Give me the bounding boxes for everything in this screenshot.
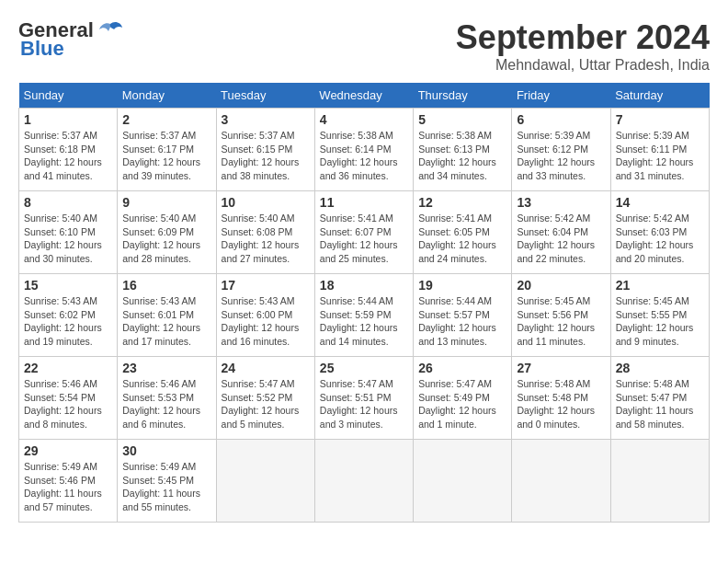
days-header-row: SundayMondayTuesdayWednesdayThursdayFrid…	[19, 83, 710, 109]
calendar-cell	[314, 440, 413, 523]
day-header-tuesday: Tuesday	[216, 83, 314, 109]
day-number: 8	[24, 195, 112, 210]
calendar-cell: 23 Sunrise: 5:46 AMSunset: 5:53 PMDaylig…	[118, 357, 216, 440]
day-number: 24	[222, 361, 310, 375]
calendar-cell: 4 Sunrise: 5:38 AMSunset: 6:14 PMDayligh…	[314, 109, 413, 191]
logo-bird-icon	[97, 20, 123, 40]
day-header-saturday: Saturday	[610, 83, 709, 109]
day-info: Sunrise: 5:46 AMSunset: 5:54 PMDaylight:…	[24, 378, 102, 430]
day-header-thursday: Thursday	[414, 83, 512, 109]
title-section: September 2024 Mehndawal, Uttar Pradesh,…	[456, 18, 710, 74]
day-info: Sunrise: 5:49 AMSunset: 5:46 PMDaylight:…	[24, 461, 102, 512]
day-number: 27	[517, 361, 605, 375]
page-header: General Blue September 2024 Mehndawal, U…	[18, 18, 710, 74]
calendar-cell: 10 Sunrise: 5:40 AMSunset: 6:08 PMDaylig…	[216, 191, 314, 274]
day-header-friday: Friday	[512, 83, 610, 109]
day-info: Sunrise: 5:40 AMSunset: 6:09 PMDaylight:…	[122, 213, 200, 264]
calendar-cell: 29 Sunrise: 5:49 AMSunset: 5:46 PMDaylig…	[19, 440, 118, 523]
day-info: Sunrise: 5:37 AMSunset: 6:17 PMDaylight:…	[122, 130, 200, 181]
day-info: Sunrise: 5:45 AMSunset: 5:56 PMDaylight:…	[517, 295, 595, 347]
day-info: Sunrise: 5:48 AMSunset: 5:48 PMDaylight:…	[517, 378, 595, 430]
day-header-monday: Monday	[118, 83, 216, 109]
day-number: 9	[122, 195, 210, 210]
day-info: Sunrise: 5:43 AMSunset: 6:00 PMDaylight:…	[222, 295, 300, 347]
day-number: 17	[222, 278, 310, 293]
location: Mehndawal, Uttar Pradesh, India	[456, 57, 710, 74]
week-row-2: 8 Sunrise: 5:40 AMSunset: 6:10 PMDayligh…	[19, 191, 710, 274]
day-info: Sunrise: 5:37 AMSunset: 6:15 PMDaylight:…	[222, 130, 300, 181]
day-info: Sunrise: 5:49 AMSunset: 5:45 PMDaylight:…	[122, 461, 200, 512]
calendar-cell: 5 Sunrise: 5:38 AMSunset: 6:13 PMDayligh…	[414, 109, 512, 191]
day-info: Sunrise: 5:39 AMSunset: 6:11 PMDaylight:…	[616, 130, 694, 181]
calendar-table: SundayMondayTuesdayWednesdayThursdayFrid…	[18, 83, 710, 523]
day-info: Sunrise: 5:47 AMSunset: 5:51 PMDaylight:…	[320, 378, 398, 430]
logo: General Blue	[18, 18, 123, 61]
calendar-cell: 24 Sunrise: 5:47 AMSunset: 5:52 PMDaylig…	[216, 357, 314, 440]
calendar-cell: 2 Sunrise: 5:37 AMSunset: 6:17 PMDayligh…	[118, 109, 216, 191]
day-info: Sunrise: 5:39 AMSunset: 6:12 PMDaylight:…	[517, 130, 595, 181]
calendar-cell: 19 Sunrise: 5:44 AMSunset: 5:57 PMDaylig…	[414, 274, 512, 357]
calendar-cell: 28 Sunrise: 5:48 AMSunset: 5:47 PMDaylig…	[610, 357, 709, 440]
day-info: Sunrise: 5:46 AMSunset: 5:53 PMDaylight:…	[122, 378, 200, 430]
calendar-cell: 7 Sunrise: 5:39 AMSunset: 6:11 PMDayligh…	[610, 109, 709, 191]
day-number: 14	[616, 195, 704, 210]
calendar-cell: 12 Sunrise: 5:41 AMSunset: 6:05 PMDaylig…	[414, 191, 512, 274]
day-info: Sunrise: 5:44 AMSunset: 5:57 PMDaylight:…	[418, 295, 496, 347]
day-info: Sunrise: 5:38 AMSunset: 6:13 PMDaylight:…	[418, 130, 496, 181]
calendar-cell: 14 Sunrise: 5:42 AMSunset: 6:03 PMDaylig…	[610, 191, 709, 274]
day-info: Sunrise: 5:48 AMSunset: 5:47 PMDaylight:…	[616, 378, 694, 430]
day-number: 29	[24, 443, 112, 458]
calendar-cell: 17 Sunrise: 5:43 AMSunset: 6:00 PMDaylig…	[216, 274, 314, 357]
calendar-cell: 16 Sunrise: 5:43 AMSunset: 6:01 PMDaylig…	[118, 274, 216, 357]
calendar-cell: 27 Sunrise: 5:48 AMSunset: 5:48 PMDaylig…	[512, 357, 610, 440]
day-info: Sunrise: 5:43 AMSunset: 6:01 PMDaylight:…	[122, 295, 200, 347]
calendar-cell: 21 Sunrise: 5:45 AMSunset: 5:55 PMDaylig…	[610, 274, 709, 357]
day-number: 19	[418, 278, 506, 293]
day-number: 28	[616, 361, 704, 375]
calendar-cell	[610, 440, 709, 523]
calendar-cell: 18 Sunrise: 5:44 AMSunset: 5:59 PMDaylig…	[314, 274, 413, 357]
day-number: 23	[122, 361, 210, 375]
day-info: Sunrise: 5:41 AMSunset: 6:07 PMDaylight:…	[320, 213, 398, 264]
day-number: 25	[320, 361, 408, 375]
calendar-cell	[512, 440, 610, 523]
day-info: Sunrise: 5:45 AMSunset: 5:55 PMDaylight:…	[616, 295, 694, 347]
day-number: 16	[122, 278, 210, 293]
calendar-cell: 15 Sunrise: 5:43 AMSunset: 6:02 PMDaylig…	[19, 274, 118, 357]
calendar-cell: 11 Sunrise: 5:41 AMSunset: 6:07 PMDaylig…	[314, 191, 413, 274]
calendar-cell: 26 Sunrise: 5:47 AMSunset: 5:49 PMDaylig…	[414, 357, 512, 440]
day-number: 26	[418, 361, 506, 375]
week-row-5: 29 Sunrise: 5:49 AMSunset: 5:46 PMDaylig…	[19, 440, 710, 523]
day-number: 13	[517, 195, 605, 210]
day-number: 3	[222, 112, 310, 127]
day-number: 18	[320, 278, 408, 293]
day-info: Sunrise: 5:42 AMSunset: 6:03 PMDaylight:…	[616, 213, 694, 264]
day-number: 15	[24, 278, 112, 293]
day-number: 12	[418, 195, 506, 210]
calendar-cell: 6 Sunrise: 5:39 AMSunset: 6:12 PMDayligh…	[512, 109, 610, 191]
calendar-cell: 22 Sunrise: 5:46 AMSunset: 5:54 PMDaylig…	[19, 357, 118, 440]
calendar-cell: 1 Sunrise: 5:37 AMSunset: 6:18 PMDayligh…	[19, 109, 118, 191]
week-row-3: 15 Sunrise: 5:43 AMSunset: 6:02 PMDaylig…	[19, 274, 710, 357]
day-number: 1	[24, 112, 112, 127]
calendar-cell: 3 Sunrise: 5:37 AMSunset: 6:15 PMDayligh…	[216, 109, 314, 191]
calendar-cell: 13 Sunrise: 5:42 AMSunset: 6:04 PMDaylig…	[512, 191, 610, 274]
day-info: Sunrise: 5:37 AMSunset: 6:18 PMDaylight:…	[24, 130, 102, 181]
calendar-cell: 20 Sunrise: 5:45 AMSunset: 5:56 PMDaylig…	[512, 274, 610, 357]
day-number: 30	[122, 443, 210, 458]
calendar-cell: 8 Sunrise: 5:40 AMSunset: 6:10 PMDayligh…	[19, 191, 118, 274]
day-number: 10	[222, 195, 310, 210]
week-row-1: 1 Sunrise: 5:37 AMSunset: 6:18 PMDayligh…	[19, 109, 710, 191]
day-number: 20	[517, 278, 605, 293]
day-number: 21	[616, 278, 704, 293]
day-info: Sunrise: 5:38 AMSunset: 6:14 PMDaylight:…	[320, 130, 398, 181]
day-info: Sunrise: 5:47 AMSunset: 5:49 PMDaylight:…	[418, 378, 496, 430]
day-info: Sunrise: 5:41 AMSunset: 6:05 PMDaylight:…	[418, 213, 496, 264]
calendar-cell: 25 Sunrise: 5:47 AMSunset: 5:51 PMDaylig…	[314, 357, 413, 440]
day-header-wednesday: Wednesday	[314, 83, 413, 109]
logo-blue: Blue	[18, 37, 64, 61]
day-number: 22	[24, 361, 112, 375]
day-number: 5	[418, 112, 506, 127]
day-number: 4	[320, 112, 408, 127]
day-number: 7	[616, 112, 704, 127]
